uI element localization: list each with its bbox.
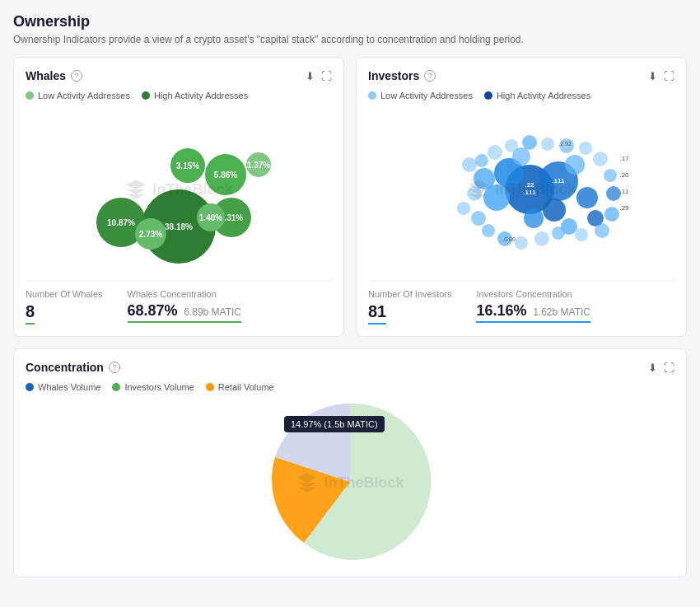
svg-text:.111: .111 (552, 177, 565, 184)
svg-point-21 (575, 228, 588, 241)
svg-text:.2.38: .2.38 (594, 143, 607, 149)
svg-point-14 (457, 202, 470, 215)
whales-legend-high: High Activity Addresses (142, 91, 248, 100)
investors-concentration-pct: 16.16% (476, 302, 526, 319)
concentration-expand-btn[interactable]: ⛶ (664, 362, 674, 374)
whales-bubble-container: 38.18% 10.87% 5.31% 3.15% 5.86% 1.40% 2.… (63, 111, 294, 268)
investors-svg: .22 .111 .111 .2.38 .17 .20 .11 .29 .0.8… (390, 111, 653, 268)
concentration-download-btn[interactable]: ⬇ (648, 362, 657, 374)
svg-text:.20: .20 (619, 171, 629, 179)
svg-text:.11: .11 (619, 188, 629, 195)
svg-point-12 (462, 157, 477, 172)
whales-count: Number Of Whales 8 (26, 289, 103, 325)
svg-point-24 (606, 186, 621, 201)
svg-point-26 (593, 152, 608, 166)
bubble-315[interactable]: 3.15% (170, 148, 205, 183)
investors-legend-high: High Activity Addresses (484, 91, 590, 100)
svg-point-29 (541, 138, 554, 151)
svg-text:.29: .29 (619, 204, 629, 212)
pie-tooltip: 14.97% (1.5b MATIC) (284, 416, 385, 432)
concentration-card: Concentration ? ⬇ ⛶ Whales Volume Invest… (13, 348, 687, 577)
whales-download-btn[interactable]: ⬇ (306, 70, 315, 82)
svg-point-15 (471, 211, 486, 226)
whales-count-value: 8 (26, 302, 35, 320)
investors-count: Number Of Investors 81 (368, 289, 451, 325)
whales-legend: Low Activity Addresses High Activity Add… (26, 91, 332, 100)
concentration-info-icon[interactable]: ? (109, 362, 120, 373)
investors-info-icon[interactable]: ? (424, 70, 436, 82)
whales-title: Whales (26, 69, 66, 82)
bubble-586[interactable]: 5.86% (205, 154, 246, 195)
svg-point-6 (565, 155, 585, 175)
svg-point-4 (543, 198, 566, 222)
investors-legend-low: Low Activity Addresses (368, 91, 473, 100)
investors-concentration: Investors Concentration 16.16% 1.62b MAT… (476, 289, 590, 325)
whales-chart: InTheBlock 38.18% 10.87% 5.31% 3.15% 5.8… (26, 107, 332, 272)
whales-concentration-pct: 68.87% (128, 302, 178, 319)
investors-stats: Number Of Investors 81 Investors Concent… (368, 280, 674, 325)
whales-card: Whales ? ⬇ ⛶ Low Activity Addresses High… (13, 57, 344, 337)
investors-title: Investors (368, 69, 419, 82)
bubble-273[interactable]: 2.73% (135, 218, 166, 250)
whales-concentration-sub: 6.89b MATIC (184, 306, 241, 318)
page-subtitle: Ownership Indicators provide a view of a… (13, 34, 687, 45)
svg-text:.0.80: .0.80 (502, 236, 516, 242)
concentration-chart: InTheBlock 14.97% (1.5b MATIC) (26, 400, 674, 565)
conc-legend-retail: Retail Volume (206, 382, 274, 392)
svg-point-32 (488, 145, 502, 160)
investors-concentration-sub: 1.62b MATIC (533, 306, 590, 318)
svg-point-9 (524, 208, 544, 228)
svg-point-22 (595, 223, 609, 238)
svg-point-27 (579, 142, 592, 155)
svg-point-23 (604, 207, 619, 222)
investors-download-btn[interactable]: ⬇ (648, 70, 657, 82)
pie-wrapper: 14.97% (1.5b MATIC) (268, 399, 432, 567)
svg-point-18 (515, 236, 528, 250)
whales-legend-low: Low Activity Addresses (26, 91, 130, 100)
bubble-137[interactable]: 1.37% (246, 152, 271, 177)
investors-card: Investors ? ⬇ ⛶ Low Activity Addresses H… (356, 57, 687, 337)
svg-text:.2.92: .2.92 (558, 141, 572, 147)
svg-point-30 (522, 135, 537, 150)
whales-stats: Number Of Whales 8 Whales Concentration … (26, 280, 332, 325)
concentration-legend: Whales Volume Investors Volume Retail Vo… (26, 382, 674, 392)
svg-point-7 (576, 187, 598, 208)
page-title: Ownership (13, 13, 687, 30)
svg-point-13 (467, 186, 482, 201)
concentration-title: Concentration (26, 361, 104, 374)
svg-point-16 (482, 224, 495, 237)
conc-legend-investors: Investors Volume (112, 382, 194, 392)
investors-expand-btn[interactable]: ⛶ (664, 70, 674, 82)
svg-point-25 (604, 169, 617, 182)
whales-concentration: Whales Concentration 68.87% 6.89b MATIC (128, 289, 242, 325)
svg-point-5 (474, 168, 495, 189)
bubble-140[interactable]: 1.40% (197, 203, 225, 231)
conc-legend-whales: Whales Volume (26, 382, 100, 392)
svg-point-31 (505, 139, 518, 152)
investors-count-value: 81 (368, 302, 386, 320)
svg-point-19 (534, 231, 549, 246)
svg-text:.111: .111 (523, 189, 536, 196)
svg-point-33 (475, 154, 488, 167)
whales-info-icon[interactable]: ? (71, 70, 82, 82)
svg-text:.22: .22 (525, 181, 534, 189)
whales-expand-btn[interactable]: ⛶ (321, 70, 332, 82)
investors-legend: Low Activity Addresses High Activity Add… (368, 91, 674, 100)
svg-point-20 (552, 226, 565, 240)
investors-chart: InTheBlock (368, 107, 674, 272)
svg-text:.17: .17 (619, 155, 629, 162)
